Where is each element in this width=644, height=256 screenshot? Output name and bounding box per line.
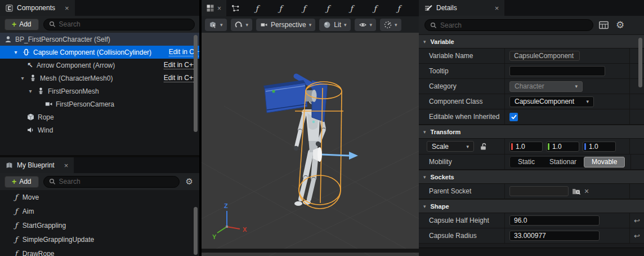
tree-row-rope[interactable]: Rope bbox=[0, 111, 199, 123]
expander-icon[interactable]: ▾ bbox=[27, 88, 34, 94]
details-search-input[interactable] bbox=[440, 21, 588, 29]
reset-to-default-icon[interactable]: ↩ bbox=[634, 217, 640, 225]
tree-row-capsule-component[interactable]: ▾ Capsule Component (CollisionCylinder) … bbox=[0, 46, 199, 59]
details-scrollbar[interactable] bbox=[638, 38, 642, 87]
show-flags-button[interactable]: ▾ bbox=[355, 19, 377, 31]
tree-row-arrow-component[interactable]: ↖ Arrow Component (Arrow) Edit in C++ bbox=[0, 59, 199, 72]
capsule-radius-input[interactable] bbox=[509, 231, 600, 241]
close-icon[interactable]: × bbox=[217, 5, 221, 12]
mobility-movable-option[interactable]: Movable bbox=[584, 157, 625, 167]
rotate-snap-icon bbox=[235, 21, 243, 29]
components-search[interactable] bbox=[43, 19, 195, 30]
expander-icon[interactable]: ▾ bbox=[423, 129, 426, 135]
my-blueprint-scrollbar[interactable] bbox=[194, 207, 198, 255]
parent-socket-input[interactable] bbox=[509, 186, 569, 196]
details-settings-gear-icon[interactable]: ⚙ bbox=[614, 19, 626, 31]
edit-in-cpp-link[interactable]: Edit in C++ bbox=[164, 61, 197, 69]
expander-icon[interactable]: ▾ bbox=[12, 49, 19, 55]
section-transform[interactable]: ▾ Transform bbox=[419, 125, 644, 139]
snapping-button[interactable]: ▾ bbox=[231, 19, 253, 31]
section-sockets[interactable]: ▾ Sockets bbox=[419, 170, 644, 184]
function-row-startgrappling[interactable]: ƒ StartGrappling bbox=[0, 218, 199, 232]
components-scrollbar[interactable] bbox=[194, 35, 198, 132]
tab-my-blueprint[interactable]: My Blueprint × bbox=[0, 157, 74, 173]
scale-y-field[interactable] bbox=[546, 142, 579, 152]
tree-item-label: FirstPersonCamera bbox=[56, 100, 114, 108]
settings-gear-icon[interactable]: ⚙ bbox=[184, 176, 195, 187]
tab-function-4[interactable]: ƒ bbox=[316, 0, 339, 16]
tab-function-5[interactable]: ƒ bbox=[339, 0, 363, 16]
tab-function-1[interactable]: ƒ bbox=[245, 0, 269, 16]
capsule-half-height-input[interactable] bbox=[509, 215, 600, 226]
view-settings-button[interactable]: ▾ bbox=[380, 19, 401, 31]
my-blueprint-panel: My Blueprint × + Add ⚙ ƒ Move bbox=[0, 157, 199, 256]
tab-event-graph[interactable] bbox=[226, 0, 245, 16]
row-parent-socket: Parent Socket × bbox=[419, 184, 644, 199]
close-icon[interactable]: × bbox=[64, 161, 69, 170]
section-shape[interactable]: ▾ Shape bbox=[419, 199, 644, 213]
variable-name-input[interactable] bbox=[509, 51, 580, 61]
function-row-move[interactable]: ƒ Move bbox=[0, 190, 199, 204]
expander-icon[interactable]: ▾ bbox=[423, 174, 426, 180]
function-row-aim[interactable]: ƒ Aim bbox=[0, 204, 199, 218]
editable-checkbox[interactable] bbox=[509, 113, 518, 121]
scale-dropdown[interactable]: Scale ▾ bbox=[427, 141, 474, 152]
tree-item-label: BP_FirstPersonCharacter (Self) bbox=[15, 36, 110, 43]
expander-icon[interactable]: ▾ bbox=[423, 204, 426, 209]
add-blueprint-button[interactable]: + Add bbox=[5, 176, 39, 188]
tooltip-input[interactable] bbox=[509, 66, 605, 76]
scale-y-input[interactable] bbox=[549, 143, 579, 151]
expander-icon[interactable]: ▾ bbox=[19, 75, 26, 81]
tree-row-wind[interactable]: Wind bbox=[0, 123, 199, 136]
tab-viewport[interactable]: × bbox=[202, 0, 226, 16]
socket-browse-icon[interactable] bbox=[572, 187, 581, 195]
add-button-label: Add bbox=[19, 178, 31, 186]
close-icon[interactable]: × bbox=[495, 4, 499, 12]
my-blueprint-search-input[interactable] bbox=[59, 178, 174, 186]
mobility-stationary-option[interactable]: Stationar bbox=[542, 157, 584, 167]
tree-row-mesh[interactable]: ▾ Mesh (CharacterMesh0) Edit in C++ bbox=[0, 72, 199, 85]
tab-function-7[interactable]: ƒ bbox=[387, 0, 410, 16]
viewport-tabbar: × ƒ ƒ ƒ ƒ ƒ ƒ ƒ bbox=[202, 0, 419, 16]
edit-in-cpp-link[interactable]: Edit in C++ bbox=[164, 74, 197, 82]
details-search[interactable] bbox=[424, 19, 593, 31]
function-row-drawrope[interactable]: ƒ DrawRope bbox=[0, 246, 199, 256]
scale-z-input[interactable] bbox=[586, 143, 615, 151]
my-blueprint-search[interactable] bbox=[43, 176, 180, 188]
tab-components[interactable]: Components × bbox=[0, 0, 75, 16]
components-search-input[interactable] bbox=[59, 20, 189, 28]
section-title: Variable bbox=[431, 38, 454, 45]
tab-function-3[interactable]: ƒ bbox=[292, 0, 316, 16]
component-class-dropdown[interactable]: CapsuleComponent ▾ bbox=[509, 96, 594, 107]
close-icon[interactable]: × bbox=[65, 4, 69, 12]
section-variable[interactable]: ▾ Variable bbox=[419, 34, 644, 48]
lit-mode-dropdown[interactable]: Lit ▾ bbox=[319, 19, 350, 31]
perspective-dropdown[interactable]: Perspective ▾ bbox=[256, 19, 315, 31]
tree-item-label: Wind bbox=[38, 126, 53, 134]
function-row-simplegrapplingupdate[interactable]: ƒ SimpleGrapplingUpdate bbox=[0, 232, 199, 246]
tab-function-2[interactable]: ƒ bbox=[269, 0, 292, 16]
static-mesh-icon bbox=[27, 113, 34, 121]
unlocked-padlock-icon[interactable] bbox=[480, 143, 487, 151]
tree-row-firstpersonmesh[interactable]: ▾ FirstPersonMesh bbox=[0, 85, 199, 98]
function-label: Aim bbox=[23, 208, 34, 215]
reset-to-default-icon[interactable]: ↩ bbox=[634, 232, 640, 240]
viewport-3d-view[interactable]: Z X Y bbox=[202, 33, 419, 256]
eye-icon bbox=[359, 21, 367, 28]
tree-row-bp-firstpersoncharacter[interactable]: BP_FirstPersonCharacter (Self) bbox=[0, 33, 199, 46]
tree-row-firstpersoncamera[interactable]: FirstPersonCamera bbox=[0, 98, 199, 111]
category-dropdown[interactable]: Character ▾ bbox=[509, 81, 583, 92]
tab-details[interactable]: Details × bbox=[419, 0, 504, 16]
transform-tool-button[interactable]: ▾ bbox=[205, 19, 227, 31]
mobility-static-option[interactable]: Static bbox=[511, 157, 542, 167]
clear-socket-icon[interactable]: × bbox=[584, 187, 589, 196]
camera-icon bbox=[260, 21, 268, 28]
display-filter-icon[interactable] bbox=[599, 21, 609, 29]
search-icon bbox=[49, 178, 56, 185]
scale-x-input[interactable] bbox=[513, 143, 542, 151]
scale-z-field[interactable] bbox=[583, 142, 616, 152]
scale-x-field[interactable] bbox=[509, 142, 543, 152]
tab-function-6[interactable]: ƒ bbox=[363, 0, 387, 16]
expander-icon[interactable]: ▾ bbox=[423, 39, 426, 45]
add-component-button[interactable]: + Add bbox=[5, 19, 39, 30]
